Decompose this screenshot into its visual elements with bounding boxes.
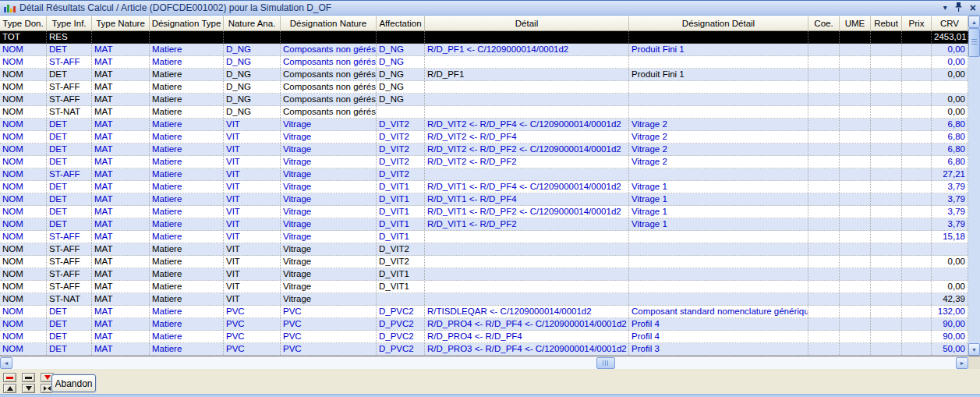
cell-ume[interactable] [840, 256, 871, 268]
cell-ume[interactable] [840, 243, 871, 255]
cell-designation-detail[interactable] [629, 243, 808, 255]
cell-affectation[interactable]: D_NG [377, 81, 425, 93]
cell-nature-ana[interactable]: D_NG [224, 106, 281, 118]
cell-coe[interactable] [808, 31, 840, 43]
table-row[interactable]: NOMDETMATMatierePVCPVCD_PVC2R/D_PRO4 <- … [0, 318, 968, 331]
cell-type-nature[interactable]: MAT [92, 218, 150, 230]
table-row[interactable]: NOMST-AFFMATMatiereVITVitrageD_VIT20,00 [0, 256, 968, 268]
cell-nature-ana[interactable]: PVC [224, 343, 281, 355]
cell-detail[interactable]: R/D_PRO3 <- R/D_PF4 <- C/1209000014/0001… [425, 343, 629, 355]
column-header-type-nature[interactable]: Type Nature [92, 16, 150, 31]
cell-ume[interactable] [840, 343, 871, 355]
column-header-designation-detail[interactable]: Désignation Détail [629, 16, 808, 31]
cell-designation-type[interactable]: Matiere [150, 293, 224, 305]
table-row[interactable]: NOMST-AFFMATMatiereVITVitrageD_VIT10,00 [0, 281, 968, 293]
cell-type-don[interactable]: NOM [0, 94, 47, 105]
column-header-designation-type[interactable]: Désignation Type [150, 16, 224, 31]
cell-type-don[interactable]: NOM [0, 268, 47, 280]
cell-type-nature[interactable]: MAT [92, 44, 150, 55]
cell-designation-type[interactable]: Matiere [150, 44, 224, 55]
cell-prix[interactable] [902, 69, 932, 80]
cell-crv[interactable]: 3,79 [932, 206, 968, 218]
cell-designation-nature[interactable]: Vitrage [281, 168, 377, 180]
cell-detail[interactable] [425, 268, 629, 280]
scroll-left-button[interactable]: ◄ [0, 357, 12, 369]
cell-rebut[interactable] [871, 69, 902, 80]
cell-rebut[interactable] [871, 293, 902, 305]
cell-coe[interactable] [808, 119, 840, 130]
cell-crv[interactable]: 0,00 [932, 69, 968, 80]
cell-affectation[interactable]: D_PVC2 [377, 331, 425, 342]
cell-prix[interactable] [902, 193, 932, 205]
cell-rebut[interactable] [871, 44, 902, 55]
cell-crv[interactable]: 0,00 [932, 94, 968, 105]
cell-prix[interactable] [902, 218, 932, 230]
cell-nature-ana[interactable]: VIT [224, 231, 281, 243]
cell-crv[interactable]: 0,00 [932, 106, 968, 118]
cell-rebut[interactable] [871, 331, 902, 342]
cell-crv[interactable]: 0,00 [932, 256, 968, 268]
cell-type-don[interactable]: NOM [0, 306, 47, 317]
cell-crv[interactable]: 6,80 [932, 144, 968, 155]
cell-nature-ana[interactable]: VIT [224, 256, 281, 268]
cell-designation-type[interactable]: Matiere [150, 168, 224, 180]
cell-ume[interactable] [840, 218, 871, 230]
cell-type-inf[interactable]: DET [47, 144, 92, 155]
cell-detail[interactable] [425, 256, 629, 268]
cell-type-nature[interactable]: MAT [92, 131, 150, 143]
cell-crv[interactable] [932, 81, 968, 93]
cell-type-inf[interactable]: DET [47, 119, 92, 130]
table-row[interactable]: NOMDETMATMatiereVITVitrageD_VIT2R/D_VIT2… [0, 156, 968, 168]
table-row[interactable]: NOMST-AFFMATMatiereVITVitrageD_VIT1 [0, 268, 968, 281]
cell-type-inf[interactable]: ST-AFF [47, 168, 92, 180]
cell-prix[interactable] [902, 268, 932, 280]
cell-coe[interactable] [808, 168, 840, 180]
cell-affectation[interactable]: D_VIT2 [377, 168, 425, 180]
cell-detail[interactable]: R/D_VIT2 <- R/D_PF2 [425, 156, 629, 168]
cell-detail[interactable]: R/D_VIT2 <- R/D_PF4 [425, 131, 629, 143]
cell-affectation[interactable] [377, 31, 425, 43]
cell-nature-ana[interactable]: VIT [224, 193, 281, 205]
cell-designation-nature[interactable]: Vitrage [281, 206, 377, 218]
cell-coe[interactable] [808, 256, 840, 268]
cell-designation-nature[interactable]: Vitrage [281, 268, 377, 280]
cell-prix[interactable] [902, 156, 932, 168]
cell-ume[interactable] [840, 293, 871, 305]
table-row[interactable]: NOMDETMATMatiereD_NGComposants non gérés… [0, 69, 968, 81]
cell-designation-nature[interactable]: Vitrage [281, 243, 377, 255]
cell-ume[interactable] [840, 318, 871, 330]
cell-designation-detail[interactable] [629, 94, 808, 105]
cell-designation-nature[interactable]: Vitrage [281, 144, 377, 155]
cell-prix[interactable] [902, 144, 932, 155]
table-row[interactable]: NOMDETMATMatiereVITVitrageD_VIT2R/D_VIT2… [0, 144, 968, 156]
cell-nature-ana[interactable] [224, 31, 281, 43]
cell-prix[interactable] [902, 243, 932, 255]
cell-coe[interactable] [808, 268, 840, 280]
cell-ume[interactable] [840, 94, 871, 105]
cell-designation-nature[interactable]: Vitrage [281, 281, 377, 292]
cell-nature-ana[interactable]: D_NG [224, 56, 281, 68]
cell-designation-nature[interactable]: Vitrage [281, 193, 377, 205]
cell-designation-nature[interactable]: Composants non gérés [281, 44, 377, 55]
cell-designation-nature[interactable]: Vitrage [281, 156, 377, 168]
cell-nature-ana[interactable]: VIT [224, 206, 281, 218]
cell-designation-detail[interactable] [629, 31, 808, 43]
cell-type-inf[interactable]: DET [47, 306, 92, 317]
table-row[interactable]: NOMDETMATMatiereD_NGComposants non gérés… [0, 44, 968, 56]
scroll-right-button[interactable]: ► [956, 357, 968, 369]
cell-coe[interactable] [808, 81, 840, 93]
cell-coe[interactable] [808, 144, 840, 155]
cell-type-inf[interactable]: RES [47, 31, 92, 43]
cell-designation-detail[interactable]: Vitrage 2 [629, 119, 808, 130]
cell-affectation[interactable]: D_VIT1 [377, 231, 425, 243]
cell-coe[interactable] [808, 218, 840, 230]
cell-crv[interactable]: 15,18 [932, 231, 968, 243]
cell-type-don[interactable]: NOM [0, 231, 47, 243]
cell-type-inf[interactable]: ST-AFF [47, 268, 92, 280]
cell-crv[interactable]: 6,80 [932, 119, 968, 130]
cell-rebut[interactable] [871, 256, 902, 268]
cell-type-nature[interactable]: MAT [92, 181, 150, 193]
cell-type-don[interactable]: NOM [0, 193, 47, 205]
chevron-down-icon[interactable]: ▾ [943, 4, 947, 12]
cell-prix[interactable] [902, 331, 932, 342]
